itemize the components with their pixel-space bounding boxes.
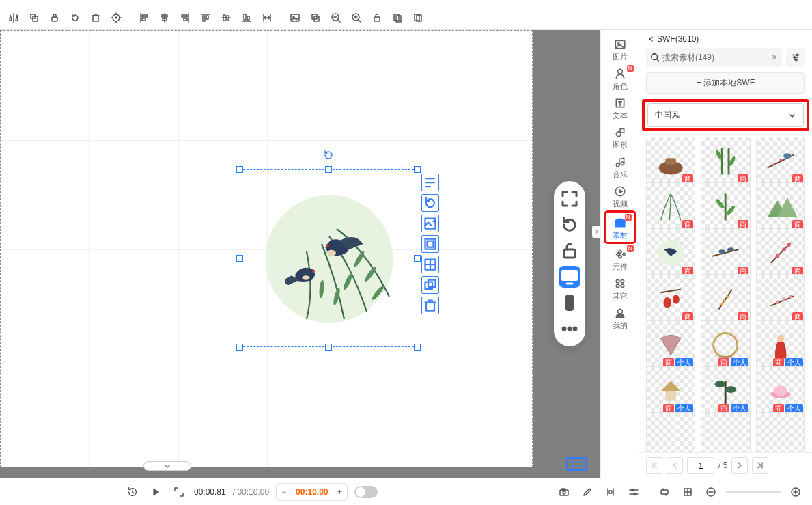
category-video[interactable]: 视频 — [604, 181, 636, 210]
search-box[interactable]: ✕ — [646, 48, 782, 67]
zoom-out-button[interactable] — [703, 484, 719, 500]
asset-thumb-lantern[interactable]: 商 — [646, 274, 695, 323]
asset-thumb-moon-gate[interactable]: 商个人 — [701, 320, 750, 370]
pill-tablet[interactable] — [559, 292, 580, 314]
image-button[interactable] — [285, 8, 305, 27]
asset-thumb-mountain[interactable]: 商 — [756, 182, 805, 232]
elem-crop-button[interactable] — [421, 235, 439, 253]
align-vcenter-button[interactable] — [216, 8, 236, 27]
hscroll-thumb[interactable] — [143, 461, 191, 471]
align-top-button[interactable] — [196, 8, 215, 27]
grid-icon[interactable] — [680, 484, 696, 500]
expand-button[interactable] — [171, 484, 187, 500]
send-back-button[interactable] — [25, 8, 44, 27]
asset-thumb-plum2[interactable]: 商 — [756, 228, 805, 277]
zoom-in-button[interactable] — [347, 8, 366, 27]
camera-icon[interactable] — [556, 484, 572, 500]
asset-thumb-blank[interactable] — [646, 412, 695, 452]
category-music[interactable]: 音乐 — [604, 152, 636, 181]
duration-plus[interactable]: + — [332, 484, 347, 500]
asset-thumb-pine[interactable]: 商个人 — [701, 366, 750, 415]
asset-thumb-osmanthus[interactable]: 商 — [701, 274, 750, 323]
pill-display[interactable] — [559, 266, 580, 288]
pill-more[interactable] — [559, 318, 580, 340]
add-local-swf-button[interactable]: + 添加本地SWF — [646, 72, 805, 94]
target-button[interactable] — [107, 8, 126, 27]
loop-icon[interactable] — [656, 484, 673, 500]
asset-thumb-teapot[interactable]: 商 — [646, 137, 695, 186]
copy-button[interactable] — [388, 8, 407, 27]
lock-a-button[interactable] — [45, 8, 64, 27]
edit-icon[interactable] — [579, 484, 596, 500]
category-mine[interactable]: 我的 — [604, 303, 636, 332]
elem-rotate-button[interactable] — [421, 194, 439, 212]
resize-handle-mr[interactable] — [414, 255, 421, 262]
category-other[interactable]: 其它 — [604, 273, 636, 303]
unlock-button[interactable] — [367, 8, 387, 27]
asset-thumb-blank[interactable] — [701, 412, 750, 452]
asset-thumb-bird-plum[interactable]: 商 — [756, 137, 805, 186]
asset-thumb-lotus[interactable]: 商个人 — [756, 366, 805, 415]
collapse-panel-button[interactable] — [592, 226, 600, 238]
category-shape[interactable]: 图形 — [604, 122, 636, 152]
resize-handle-tl[interactable] — [236, 166, 243, 173]
toggle-switch[interactable] — [354, 486, 378, 498]
asset-thumb-birds-branch[interactable]: 商 — [701, 228, 750, 277]
page-indicator-active[interactable] — [566, 457, 587, 471]
asset-thumb-bamboo2[interactable]: 商 — [701, 182, 750, 232]
canvas[interactable] — [0, 30, 533, 467]
pager-next[interactable] — [731, 457, 748, 474]
asset-thumb-lady[interactable]: 商个人 — [756, 320, 805, 370]
selection-bounds[interactable] — [240, 169, 417, 347]
search-input[interactable] — [662, 53, 768, 62]
layers-button[interactable] — [408, 8, 428, 27]
asset-thumb-pavilion[interactable]: 商个人 — [646, 366, 695, 415]
category-component[interactable]: 元件N — [604, 244, 636, 273]
pill-rotate[interactable] — [559, 214, 580, 236]
settings-icon[interactable] — [626, 484, 642, 500]
resize-handle-tr[interactable] — [414, 166, 421, 173]
refresh-button[interactable] — [66, 8, 85, 27]
resize-handle-bl[interactable] — [236, 344, 243, 351]
zoom-in-button[interactable] — [787, 484, 804, 500]
panel-back[interactable]: SWF(3610) — [639, 30, 812, 48]
dist-equal-button[interactable] — [257, 8, 277, 27]
asset-thumb-fan[interactable]: 商个人 — [646, 320, 695, 370]
category-text[interactable]: 文本 — [604, 93, 636, 122]
trash-button[interactable] — [86, 8, 105, 27]
resize-handle-tm[interactable] — [325, 166, 332, 173]
asset-thumb-swallow[interactable]: 商 — [646, 228, 695, 277]
flip-h-button[interactable] — [4, 8, 23, 27]
resize-handle-br[interactable] — [414, 344, 421, 351]
elem-trash-button[interactable] — [421, 297, 439, 314]
asset-thumb-willow[interactable]: 商 — [646, 182, 695, 232]
bring-front-button[interactable] — [306, 8, 325, 27]
category-image[interactable]: 图片 — [604, 34, 636, 64]
clear-search-icon[interactable]: ✕ — [771, 53, 778, 62]
align-hcenter-button[interactable] — [155, 8, 174, 27]
rotate-handle[interactable] — [323, 150, 334, 161]
pager-current[interactable] — [687, 457, 714, 474]
pager-first[interactable] — [646, 457, 662, 474]
align-left-button[interactable] — [135, 8, 154, 27]
elem-edit-button[interactable] — [421, 174, 439, 191]
elem-align-stage-button[interactable] — [421, 256, 439, 273]
canvas-hscroll[interactable] — [14, 460, 585, 472]
asset-thumb-bamboo[interactable]: 商 — [701, 137, 750, 186]
asset-thumb-blank[interactable] — [756, 412, 805, 452]
pill-fullscreen[interactable] — [559, 188, 580, 210]
filter-button[interactable] — [786, 48, 805, 67]
zoom-slider[interactable] — [726, 491, 781, 493]
resize-handle-ml[interactable] — [236, 255, 243, 262]
style-select[interactable]: 中国风 — [647, 103, 804, 127]
history-button[interactable] — [124, 484, 141, 500]
resize-handle-bm[interactable] — [325, 344, 332, 351]
pill-unlock[interactable] — [559, 240, 580, 262]
pager-last[interactable] — [752, 457, 768, 474]
distribute-icon[interactable] — [602, 484, 619, 500]
pager-prev[interactable] — [667, 457, 683, 474]
duration-minus[interactable]: − — [277, 484, 292, 500]
category-role[interactable]: 角色N — [604, 64, 636, 93]
elem-replace-img-button[interactable] — [421, 215, 439, 232]
zoom-out-button[interactable] — [326, 8, 346, 27]
